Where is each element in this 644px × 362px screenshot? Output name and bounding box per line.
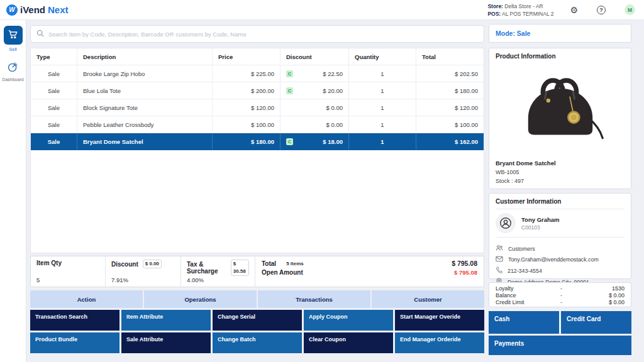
customer-code: C00103 xyxy=(521,224,560,231)
summary-discount: Discount$ 0.00 7.91% xyxy=(106,256,181,287)
item-attribute-button[interactable]: Item Attribute xyxy=(121,310,211,331)
search-icon xyxy=(36,28,44,40)
credit-limit-row: Credit Limit - $ 0.00 xyxy=(496,299,625,306)
customer-phone-row: 212-343-4554 xyxy=(496,266,625,275)
sale-items-table: Type Description Price Discount Quantity… xyxy=(30,48,484,253)
phone-icon xyxy=(496,266,502,275)
discount-percent: 7.91% xyxy=(111,277,175,283)
customer-name: Tony Graham xyxy=(521,216,560,223)
change-serial-button[interactable]: Change Serial xyxy=(213,310,302,331)
action-button-grid: Transaction Search Item Attribute Change… xyxy=(30,310,484,353)
tab-operations[interactable]: Operations xyxy=(144,290,257,308)
mail-icon xyxy=(496,256,503,263)
customer-group: Customers xyxy=(508,246,535,252)
user-avatar[interactable]: M xyxy=(625,4,635,15)
balance-row: Balance - $ 0.00 xyxy=(496,292,625,299)
tab-action[interactable]: Action xyxy=(30,290,143,308)
customer-email-row: Tony.Graham@ivenddemostack.com xyxy=(496,256,625,263)
credit-card-button[interactable]: Credit Card xyxy=(561,311,631,334)
sidebar-item-sell[interactable] xyxy=(4,26,23,45)
sale-attribute-button[interactable]: Sale Attribute xyxy=(121,332,211,353)
product-sku: WB-1005 xyxy=(496,169,625,175)
apply-coupon-button[interactable]: Apply Coupon xyxy=(304,310,393,331)
right-panel: Mode: Sale Product Information xyxy=(489,20,631,362)
pos-value: AL POS TERMINAL 2 xyxy=(502,11,553,17)
top-bar: W iVendNext Store: Delta Store - AR POS:… xyxy=(0,0,644,20)
tax-percent: 4.00% xyxy=(187,277,249,283)
clear-coupon-button[interactable]: Clear Coupon xyxy=(304,332,393,353)
cash-button[interactable]: Cash xyxy=(489,311,559,334)
col-header-total: Total xyxy=(416,48,484,65)
col-header-type: Type xyxy=(31,48,77,65)
customer-phone: 212-343-4554 xyxy=(508,268,542,274)
sidebar-label-sell: Sell xyxy=(9,47,17,52)
loyalty-points: 1530 xyxy=(573,285,625,292)
product-image xyxy=(496,60,625,160)
sale-summary-bar: Item Qty 5 Discount$ 0.00 7.91% Tax & Su… xyxy=(30,256,484,287)
coupon-badge: C xyxy=(286,70,293,77)
discount-amount-badge: $ 0.00 xyxy=(143,260,162,268)
balance-value: $ 0.00 xyxy=(573,292,625,299)
table-header-row: Type Description Price Discount Quantity… xyxy=(31,48,484,65)
transaction-search-button[interactable]: Transaction Search xyxy=(30,310,119,331)
total-amount: $ 795.08 xyxy=(452,260,477,267)
total-items-count: 5 items xyxy=(286,261,304,266)
open-amount-label: Open Amount xyxy=(262,269,303,276)
logo-text-next: Next xyxy=(48,4,69,15)
left-sidebar: Sell Dashboard xyxy=(0,20,26,362)
logo-text-ivend: iVend xyxy=(20,4,45,15)
table-row[interactable]: Sale Block Signature Tote $ 120.00 $ 0.0… xyxy=(31,99,484,116)
store-value: Delta Store - AR xyxy=(504,3,543,9)
search-bar xyxy=(30,25,484,43)
search-input[interactable] xyxy=(48,31,478,38)
pie-chart-icon xyxy=(7,64,19,75)
store-info: Store: Delta Store - AR POS: AL POS TERM… xyxy=(487,3,553,18)
ivendnext-logo-icon: W xyxy=(6,4,18,16)
store-label: Store: xyxy=(487,3,503,9)
product-bundle-button[interactable]: Product Bundle xyxy=(30,332,119,353)
table-row-selected[interactable]: Sale Bryant Dome Satchel $ 180.00 C$ 18.… xyxy=(31,133,484,150)
tab-customer[interactable]: Customer xyxy=(372,290,484,308)
summary-item-qty: Item Qty 5 xyxy=(31,256,106,287)
product-info-heading: Product Information xyxy=(496,53,625,60)
credit-limit-value: $ 0.00 xyxy=(573,299,625,306)
mode-indicator: Mode: Sale xyxy=(489,24,631,43)
customer-info-heading: Customer Information xyxy=(496,198,625,205)
col-header-quantity: Quantity xyxy=(349,48,416,65)
main-content: Type Description Price Discount Quantity… xyxy=(30,20,484,362)
col-header-discount: Discount xyxy=(280,48,349,65)
customer-information-panel: Customer Information Tony Graham C00103 xyxy=(489,193,631,279)
table-row[interactable]: Sale Blue Lola Tote $ 200.00 C$ 20.00 1 … xyxy=(31,82,484,99)
product-stock: Stock : 497 xyxy=(496,178,625,184)
summary-total: Total 5 items $ 795.08 Open Amount $ 795… xyxy=(255,256,484,287)
users-icon xyxy=(496,244,503,253)
start-manager-overide-button[interactable]: Start Manager Overide xyxy=(395,310,484,331)
loyalty-row: Loyalty - 1530 xyxy=(496,285,625,292)
change-batch-button[interactable]: Change Batch xyxy=(213,332,302,353)
tax-amount-badge: $ 30.58 xyxy=(231,260,249,276)
coupon-badge: C xyxy=(286,138,293,145)
ivendnext-logo: W iVendNext xyxy=(6,4,69,16)
table-empty-area xyxy=(31,150,484,253)
summary-tax-surcharge: Tax & Surcharge$ 30.58 4.00% xyxy=(181,256,255,287)
sidebar-item-dashboard[interactable] xyxy=(7,61,19,75)
help-icon[interactable]: ? xyxy=(597,6,606,14)
sidebar-label-dashboard: Dashboard xyxy=(2,77,23,82)
open-amount-value: $ 795.08 xyxy=(454,269,477,276)
customer-avatar-icon xyxy=(496,213,516,233)
tab-transactions[interactable]: Transactions xyxy=(258,290,370,308)
total-label: Total xyxy=(262,260,276,267)
product-information-panel: Product Information Bryant Dome Sat xyxy=(489,48,631,189)
col-header-description: Description xyxy=(77,48,213,65)
loyalty-panel: Loyalty - 1530 Balance - $ 0.00 Credit L… xyxy=(489,282,631,307)
settings-gear-icon[interactable]: ⚙ xyxy=(570,6,578,14)
end-manager-orderide-button[interactable]: End Manager Orderide xyxy=(395,332,484,353)
customer-group-row: Customers xyxy=(496,244,625,253)
cart-icon xyxy=(8,29,18,42)
table-row[interactable]: Sale Pebble Leather Crossbody $ 100.00 $… xyxy=(31,116,484,133)
coupon-badge: C xyxy=(286,87,293,94)
category-tabs: Action Operations Transactions Customer xyxy=(30,290,484,308)
payments-button[interactable]: Payments xyxy=(489,336,631,355)
table-row[interactable]: Sale Brooke Large Zip Hobo $ 225.00 C$ 2… xyxy=(31,65,484,82)
pos-app: W iVendNext Store: Delta Store - AR POS:… xyxy=(0,0,644,362)
